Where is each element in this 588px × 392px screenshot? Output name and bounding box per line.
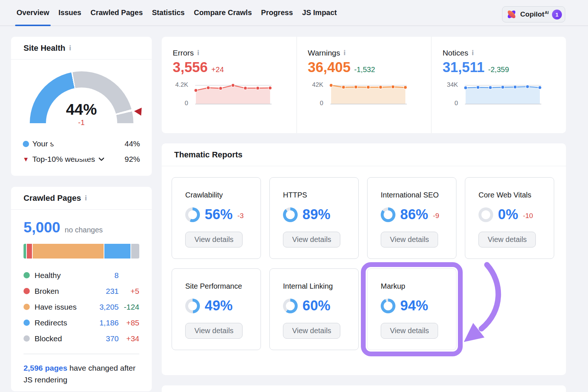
crawled-total-note: no changes bbox=[65, 226, 103, 234]
crawled-pages-title: Crawled Pages bbox=[24, 193, 81, 203]
view-details-button[interactable]: View details bbox=[185, 232, 243, 247]
info-icon[interactable]: i bbox=[472, 50, 474, 56]
thematic-card-score: 89% bbox=[283, 207, 358, 222]
thematic-card-crawlability: Crawlability56%-3View details bbox=[172, 177, 261, 259]
crawled-legend: Healthy8Broken231+5Have issues3,205-124R… bbox=[24, 267, 139, 346]
donut-chart bbox=[478, 207, 493, 222]
js-rendering-link[interactable]: 2,596 pages bbox=[24, 364, 67, 372]
axis-zero-label: 0 bbox=[185, 100, 188, 107]
tab-crawled-pages[interactable]: Crawled Pages bbox=[86, 0, 147, 25]
sparkline-axis: 4.2K0 bbox=[173, 83, 193, 106]
dot-icon bbox=[23, 141, 29, 147]
sparkline-axis: 34K0 bbox=[442, 83, 463, 106]
tab-overview[interactable]: Overview bbox=[12, 0, 54, 25]
axis-zero-label: 0 bbox=[455, 100, 458, 107]
donut-chart bbox=[381, 207, 395, 222]
bar-segment-blocked bbox=[131, 244, 139, 259]
site-health-header: Site Health i bbox=[11, 37, 152, 60]
thematic-card-title: Markup bbox=[381, 282, 456, 291]
tab-progress[interactable]: Progress bbox=[257, 0, 297, 25]
site-health-gauge: 44% -1 bbox=[30, 71, 133, 125]
crawled-row-label: Blocked bbox=[35, 334, 62, 343]
thematic-header: Thematic Reports bbox=[162, 143, 566, 166]
copilot-button[interactable]: CopilotAI 1 bbox=[502, 6, 565, 22]
thematic-title: Thematic Reports bbox=[174, 150, 243, 160]
stat-label: Notices bbox=[442, 49, 468, 57]
view-details-button[interactable]: View details bbox=[283, 323, 340, 339]
thematic-card-score: 56%-3 bbox=[185, 207, 261, 222]
thematic-card-delta: -9 bbox=[433, 212, 439, 220]
crawled-total: 5,000 bbox=[24, 219, 60, 236]
crawled-stacked-bar bbox=[24, 244, 139, 259]
view-details-button[interactable]: View details bbox=[478, 232, 536, 247]
thematic-card-title: Core Web Vitals bbox=[478, 191, 554, 199]
dot-icon bbox=[24, 272, 30, 278]
site-health-score: 44% bbox=[30, 101, 133, 118]
thematic-card-delta: -3 bbox=[237, 212, 244, 220]
thematic-reports-card: Thematic Reports Crawlability56%-3View d… bbox=[162, 143, 566, 375]
thematic-card-pct: 89% bbox=[302, 207, 330, 222]
stat-number-row: 31,511-2,359 bbox=[442, 60, 566, 75]
dot-icon bbox=[24, 304, 30, 310]
view-details-button[interactable]: View details bbox=[381, 232, 438, 247]
stat-number-row: 3,556+24 bbox=[173, 60, 297, 75]
crawled-row-value[interactable]: 231 bbox=[96, 287, 119, 296]
tab-compare-crawls[interactable]: Compare Crawls bbox=[189, 0, 256, 25]
sparkline-chart bbox=[463, 83, 542, 106]
legend-value: 92% bbox=[125, 155, 140, 164]
site-health-card: Site Health i 44% -1 Your site44%▼Top-10… bbox=[11, 37, 152, 176]
crawled-row-value[interactable]: 370 bbox=[96, 334, 119, 343]
thematic-card-pct: 56% bbox=[205, 207, 233, 222]
stat-value: 31,511 bbox=[442, 60, 484, 75]
axis-zero-label: 0 bbox=[320, 100, 323, 107]
view-details-button[interactable]: View details bbox=[185, 323, 243, 339]
thematic-card-title: Internal Linking bbox=[283, 282, 358, 291]
crawled-row-blocked: Blocked370+34 bbox=[24, 331, 139, 346]
info-icon[interactable]: i bbox=[344, 50, 346, 56]
site-health-delta: -1 bbox=[30, 118, 133, 127]
dot-icon bbox=[24, 335, 30, 342]
info-icon[interactable]: i bbox=[85, 195, 87, 202]
thematic-card-score: 49% bbox=[185, 298, 261, 314]
view-details-button[interactable]: View details bbox=[283, 232, 340, 247]
crawled-row-healthy: Healthy8 bbox=[24, 267, 139, 283]
stat-label: Errors bbox=[173, 49, 194, 57]
stat-column-errors: Errorsi3,556+244.2K0 bbox=[162, 37, 297, 133]
crawled-row-delta: +85 bbox=[119, 318, 139, 327]
stat-title: Noticesi bbox=[442, 49, 566, 57]
bar-segment-redirects bbox=[104, 244, 130, 259]
crawled-pages-header: Crawled Pages i bbox=[11, 187, 152, 210]
tab-statistics[interactable]: Statistics bbox=[148, 0, 189, 25]
axis-max-label: 42K bbox=[312, 81, 323, 89]
crawled-row-value[interactable]: 3,205 bbox=[96, 303, 119, 311]
bar-segment-broken bbox=[27, 244, 32, 259]
top-nav: OverviewIssuesCrawled PagesStatisticsCom… bbox=[0, 0, 588, 26]
stat-delta: -1,532 bbox=[354, 65, 375, 74]
thematic-card-pct: 94% bbox=[400, 298, 428, 314]
thematic-card-score: 94% bbox=[381, 298, 456, 314]
issue-stats-card: Errorsi3,556+244.2K0Warningsi36,405-1,53… bbox=[162, 37, 566, 133]
info-icon[interactable]: i bbox=[69, 45, 71, 51]
sparkline-row: 42K0 bbox=[308, 83, 431, 106]
donut-chart bbox=[185, 299, 200, 313]
crawled-row-delta: +5 bbox=[119, 287, 139, 296]
donut-chart bbox=[381, 299, 395, 313]
thematic-card-pct: 60% bbox=[302, 298, 330, 314]
donut-chart bbox=[185, 207, 200, 222]
tab-issues[interactable]: Issues bbox=[54, 0, 86, 25]
axis-max-label: 34K bbox=[447, 81, 458, 89]
thematic-card-https: HTTPS89%View details bbox=[269, 177, 359, 259]
crawled-footer: 2,596 pages have changed after JS render… bbox=[24, 362, 139, 385]
view-details-button[interactable]: View details bbox=[381, 323, 438, 339]
sparkline-axis: 42K0 bbox=[308, 83, 329, 106]
copilot-badge: 1 bbox=[552, 10, 562, 19]
tab-js-impact[interactable]: JS Impact bbox=[298, 0, 341, 25]
crawled-row-value[interactable]: 8 bbox=[96, 271, 119, 280]
axis-max-label: 4.2K bbox=[175, 81, 188, 89]
thematic-card-pct: 0% bbox=[498, 207, 518, 222]
sparkline-chart bbox=[193, 83, 273, 106]
crawled-row-value[interactable]: 1,186 bbox=[96, 318, 119, 327]
thematic-card-site-performance: Site Performance49%View details bbox=[172, 268, 261, 350]
crawled-row-delta: +34 bbox=[119, 334, 139, 343]
info-icon[interactable]: i bbox=[197, 50, 199, 56]
